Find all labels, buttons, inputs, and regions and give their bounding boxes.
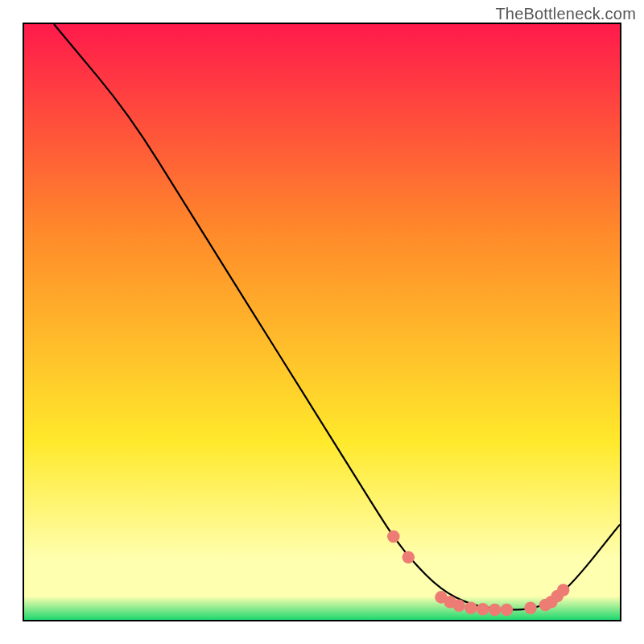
chart-svg [24, 24, 620, 620]
data-dot [464, 601, 477, 614]
chart-frame [23, 23, 621, 621]
data-dot [452, 599, 465, 612]
data-dot [524, 601, 537, 614]
data-dot [477, 603, 489, 616]
data-dot [501, 604, 514, 617]
data-dot [557, 584, 570, 597]
data-dot [402, 551, 415, 564]
watermark-text: TheBottleneck.com [495, 5, 636, 23]
gradient-background [24, 24, 620, 620]
chart-stage: TheBottleneck.com [0, 0, 644, 644]
data-dot [489, 604, 502, 617]
data-dot [387, 530, 400, 543]
